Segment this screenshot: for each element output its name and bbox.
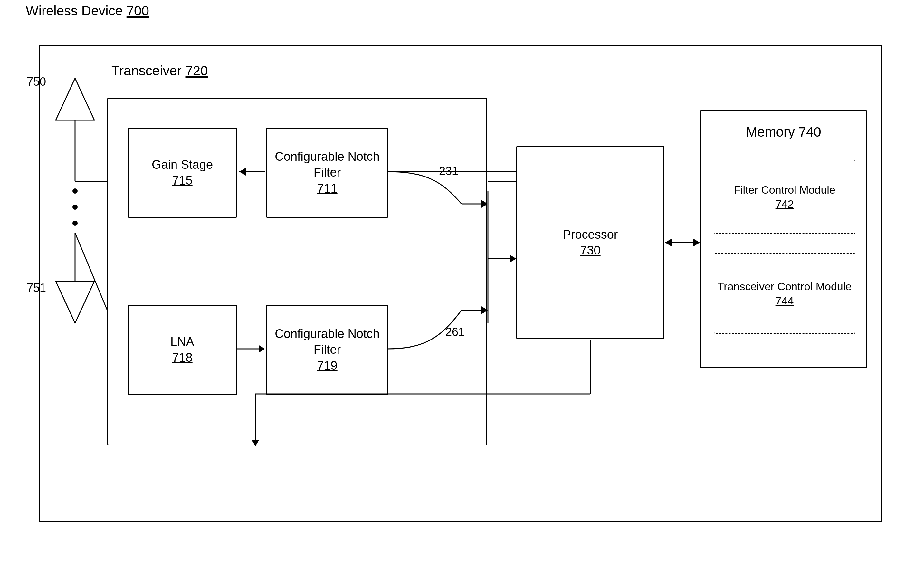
wireless-device-label: Wireless Device 700 [26,3,149,19]
processor-number: 730 [580,243,600,257]
wireless-device-box: 750 751 [39,45,882,522]
processor-box: Processor 730 [516,146,664,339]
cnf711-label: Configurable Notch Filter [275,150,380,179]
antenna-bottom-label: 751 [27,281,46,295]
svg-marker-23 [665,239,672,246]
svg-marker-24 [693,239,700,246]
lna-label: LNA [170,335,194,349]
lna-number: 718 [172,351,192,364]
svg-point-6 [72,221,78,226]
gain-stage-label: Gain Stage [152,158,213,171]
transceiver-box: Transceiver 720 Gain Stage 715 Configura… [107,98,487,445]
wireless-device-number: 700 [127,3,149,18]
transceiver-label: Transceiver 720 [111,63,208,79]
tcm-number: 744 [776,295,794,307]
cnf719-label: Configurable Notch Filter [275,327,380,356]
lna-box: LNA 718 [128,305,237,395]
svg-point-4 [72,188,78,194]
cnf719-number: 719 [317,359,337,373]
gain-stage-number: 715 [172,174,192,187]
svg-point-5 [72,204,78,210]
memory-box: Memory 740 Filter Control Module 742 Tra… [700,111,867,368]
antenna-top-label: 750 [27,75,46,89]
svg-marker-2 [56,281,94,323]
processor-label: Processor [562,228,618,241]
fcm-label: Filter Control Module [734,183,836,196]
filter-control-module-box: Filter Control Module 742 [714,160,855,234]
tcm-label: Transceiver Control Module [717,280,852,293]
gain-stage-box: Gain Stage 715 [128,128,237,218]
fcm-number: 742 [776,198,794,210]
cnf719-box: Configurable Notch Filter 719 [266,305,388,395]
cnf711-box: Configurable Notch Filter 711 [266,128,388,218]
svg-line-8 [75,233,107,310]
svg-marker-21 [510,255,516,263]
svg-marker-0 [56,78,94,120]
transceiver-control-module-box: Transceiver Control Module 744 [714,253,855,334]
memory-label: Memory [746,124,795,140]
cnf711-number: 711 [317,182,337,195]
memory-number: 740 [799,124,821,140]
